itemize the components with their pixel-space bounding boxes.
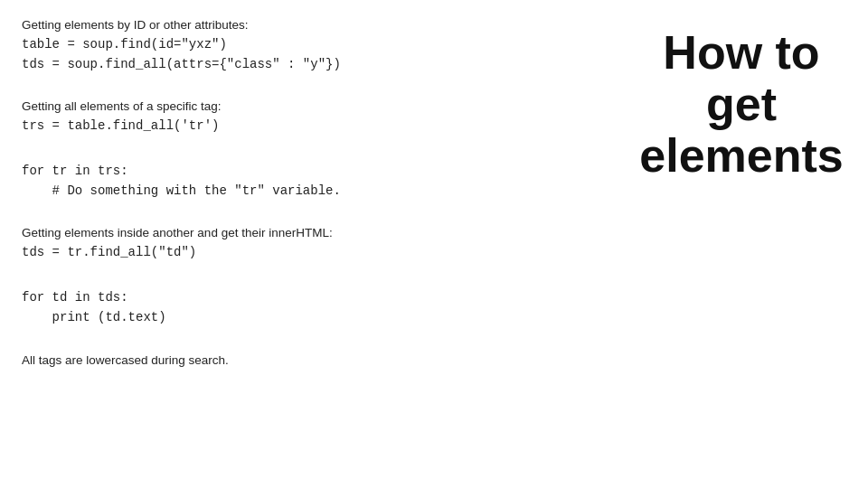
section-3-code: for tr in trs: # Do something with the "… <box>22 162 593 201</box>
section-6: All tags are lowercased during search. <box>22 353 593 367</box>
section-5: for td in tds: print (td.text) <box>22 288 593 327</box>
right-panel: How to get elements <box>615 0 868 488</box>
section-4-label: Getting elements inside another and get … <box>22 226 593 239</box>
section-2: Getting all elements of a specific tag: … <box>22 99 593 136</box>
heading-line1: How to get <box>663 26 819 130</box>
section-1-code: table = soup.find(id="yxz") tds = soup.f… <box>22 35 593 74</box>
main-content: Getting elements by ID or other attribut… <box>0 0 868 488</box>
section-1-label: Getting elements by ID or other attribut… <box>22 18 593 32</box>
section-4-code: tds = tr.find_all("td") <box>22 243 593 263</box>
left-panel: Getting elements by ID or other attribut… <box>0 0 615 488</box>
section-6-label: All tags are lowercased during search. <box>22 353 593 367</box>
section-1: Getting elements by ID or other attribut… <box>22 18 593 74</box>
section-2-code: trs = table.find_all('tr') <box>22 117 593 136</box>
heading-line2: elements <box>639 129 843 182</box>
section-4: Getting elements inside another and get … <box>22 226 593 263</box>
page-heading: How to get elements <box>629 27 854 183</box>
section-2-label: Getting all elements of a specific tag: <box>22 99 593 113</box>
section-5-code: for td in tds: print (td.text) <box>22 288 593 327</box>
section-3: for tr in trs: # Do something with the "… <box>22 162 593 201</box>
